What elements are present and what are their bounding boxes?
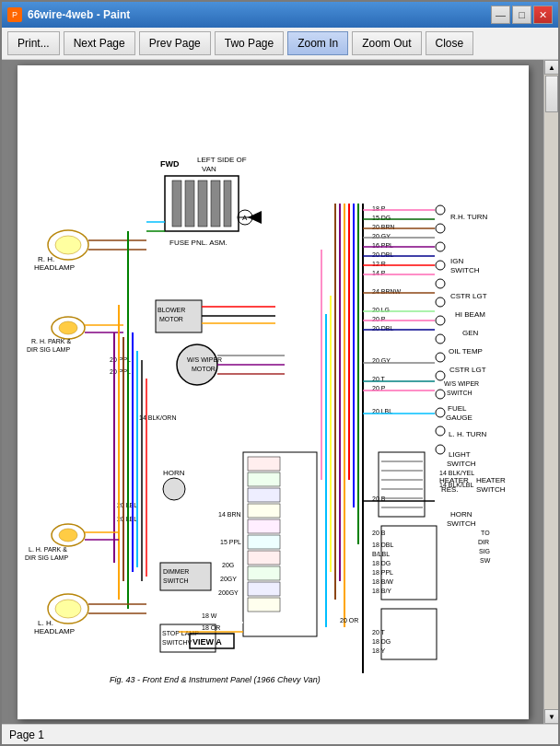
svg-text:TO: TO — [481, 530, 490, 536]
svg-text:20 DBL: 20 DBL — [372, 325, 393, 332]
svg-text:24 BRNW: 24 BRNW — [372, 288, 402, 295]
next-page-button[interactable]: Next Page — [64, 31, 135, 55]
svg-text:W/S WIPER: W/S WIPER — [187, 356, 222, 363]
svg-text:HEATER: HEATER — [476, 476, 506, 484]
svg-text:18 B/Y: 18 B/Y — [372, 588, 391, 594]
svg-text:HORN: HORN — [450, 510, 472, 519]
svg-point-32 — [177, 344, 217, 385]
svg-text:FUSE PNL. ASM.: FUSE PNL. ASM. — [169, 239, 228, 247]
svg-text:18 B/W: 18 B/W — [372, 578, 393, 585]
svg-text:DIR: DIR — [478, 539, 489, 545]
svg-text:18 DBL: 18 DBL — [372, 542, 393, 548]
svg-rect-162 — [248, 551, 280, 565]
app-icon: P — [7, 7, 22, 22]
svg-rect-159 — [248, 504, 280, 518]
svg-text:GAUGE: GAUGE — [446, 414, 472, 422]
svg-text:CSTR LGT: CSTR LGT — [450, 292, 487, 300]
svg-text:SWITCH: SWITCH — [450, 266, 480, 274]
svg-text:20 BRN: 20 BRN — [372, 224, 395, 230]
svg-text:DIMMER: DIMMER — [163, 568, 189, 575]
svg-point-36 — [163, 478, 185, 500]
vertical-scrollbar[interactable]: ▲ ▼ — [543, 60, 558, 724]
zoom-out-button[interactable]: Zoom Out — [352, 31, 421, 55]
svg-text:12 R: 12 R — [372, 261, 386, 267]
svg-text:20 P: 20 P — [372, 316, 386, 322]
close-button[interactable]: Close — [426, 31, 474, 55]
svg-text:CSTR LGT: CSTR LGT — [449, 366, 486, 374]
maximize-button[interactable]: □ — [512, 6, 531, 24]
svg-text:GEN: GEN — [462, 329, 479, 337]
svg-rect-161 — [248, 535, 280, 549]
zoom-in-button[interactable]: Zoom In — [287, 31, 348, 55]
main-window: P 66wire-4web - Paint — □ ✕ Print... Nex… — [0, 0, 560, 746]
svg-text:SW: SW — [480, 557, 491, 564]
svg-text:LIGHT: LIGHT — [449, 450, 471, 459]
svg-text:Fig. 43 - Front End & Instrume: Fig. 43 - Front End & Instrument Panel (… — [110, 675, 321, 684]
svg-text:20 GY: 20 GY — [372, 233, 391, 239]
svg-text:OIL TEMP: OIL TEMP — [449, 347, 483, 356]
svg-rect-6 — [185, 181, 194, 227]
svg-text:20G: 20G — [222, 562, 234, 568]
svg-text:SIG: SIG — [479, 548, 490, 554]
svg-text:SWITCH: SWITCH — [163, 577, 189, 584]
svg-rect-5 — [172, 181, 181, 227]
svg-rect-37 — [160, 563, 211, 590]
diagram-svg: FWD LEFT SIDE OF VAN FUSE PNL. ASM. — [18, 65, 529, 719]
svg-text:W/S WIPER: W/S WIPER — [444, 380, 479, 387]
svg-rect-163 — [248, 566, 280, 580]
svg-text:SWITCH: SWITCH — [447, 390, 472, 396]
print-button[interactable]: Print... — [7, 31, 60, 55]
svg-rect-157 — [248, 472, 280, 486]
svg-text:IGN: IGN — [450, 257, 463, 265]
svg-text:20GY: 20GY — [220, 576, 237, 582]
page-indicator: Page 1 — [9, 729, 44, 741]
svg-text:14 BLK/YEL: 14 BLK/YEL — [439, 470, 474, 476]
svg-text:18 W: 18 W — [202, 612, 217, 619]
svg-rect-160 — [248, 519, 280, 533]
two-page-button[interactable]: Two Page — [215, 31, 284, 55]
svg-text:200GY: 200GY — [218, 589, 239, 596]
minimize-button[interactable]: — — [491, 6, 510, 24]
wiring-diagram: FWD LEFT SIDE OF VAN FUSE PNL. ASM. — [18, 65, 529, 719]
svg-text:MOTOR: MOTOR — [159, 316, 183, 322]
svg-text:DIR SIG LAMP: DIR SIG LAMP — [27, 346, 70, 353]
svg-text:FWD: FWD — [160, 159, 180, 169]
svg-text:DIR SIG LAMP: DIR SIG LAMP — [25, 554, 68, 561]
svg-text:20 OR: 20 OR — [340, 617, 358, 624]
svg-point-26 — [55, 600, 81, 618]
svg-text:BLOWER: BLOWER — [158, 307, 185, 313]
svg-text:HEADLAMP: HEADLAMP — [34, 263, 75, 272]
svg-text:18 Y: 18 Y — [372, 647, 386, 654]
svg-text:SWITCHV: SWITCHV — [162, 639, 192, 646]
svg-text:LEFT SIDE OF: LEFT SIDE OF — [197, 156, 247, 164]
svg-text:20 DBL: 20 DBL — [372, 251, 393, 258]
scroll-up-button[interactable]: ▲ — [544, 60, 558, 75]
svg-text:16 PPL: 16 PPL — [372, 242, 393, 249]
svg-text:14 BLK/ORN: 14 BLK/ORN — [139, 414, 176, 421]
svg-text:15 PPL: 15 PPL — [220, 539, 241, 545]
svg-text:MOTOR: MOTOR — [192, 366, 216, 372]
title-bar-buttons: — □ ✕ — [491, 6, 553, 24]
svg-rect-9 — [224, 181, 231, 227]
svg-text:HI BEAM: HI BEAM — [455, 310, 485, 319]
svg-text:FUEL: FUEL — [448, 404, 467, 413]
prev-page-button[interactable]: Prev Page — [139, 31, 211, 55]
svg-text:15 DG: 15 DG — [372, 215, 391, 221]
scroll-thumb[interactable] — [545, 76, 558, 112]
svg-text:SWITCH: SWITCH — [447, 519, 476, 528]
window-close-button[interactable]: ✕ — [533, 6, 553, 24]
status-bar: Page 1 — [2, 724, 558, 744]
svg-text:HEADLAMP: HEADLAMP — [34, 627, 75, 635]
svg-text:L. H.: L. H. — [38, 619, 53, 627]
svg-rect-156 — [248, 457, 280, 471]
svg-text:VAN: VAN — [202, 165, 216, 173]
svg-text:VIEW A: VIEW A — [192, 637, 222, 647]
main-area: FWD LEFT SIDE OF VAN FUSE PNL. ASM. — [2, 60, 558, 724]
svg-point-22 — [59, 529, 77, 542]
svg-text:18 P: 18 P — [372, 205, 386, 212]
svg-text:L. H. TURN: L. H. TURN — [449, 430, 486, 438]
scroll-down-button[interactable]: ▼ — [544, 709, 558, 724]
window-title: 66wire-4web - Paint — [28, 8, 485, 21]
svg-text:SWITCH: SWITCH — [447, 460, 476, 468]
svg-rect-165 — [248, 598, 280, 612]
